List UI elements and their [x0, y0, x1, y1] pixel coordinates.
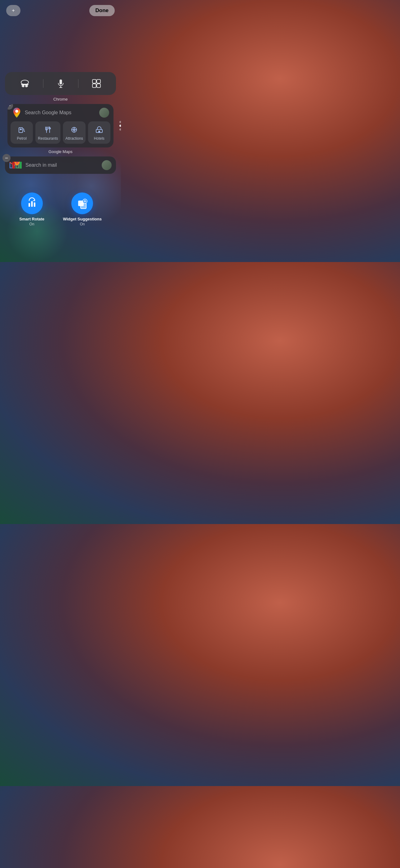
top-bar: + Done [0, 0, 121, 16]
pagination-dots [120, 121, 121, 131]
maps-categories: Petrol Restaurants [7, 121, 113, 148]
svg-rect-1 [21, 84, 29, 85]
restaurants-label: Restaurants [38, 136, 58, 141]
smart-rotate-icon [26, 197, 38, 209]
divider-1 [43, 79, 43, 88]
svg-point-15 [24, 131, 25, 132]
widget-suggestions-action: Widget Suggestions On [63, 192, 102, 226]
maps-avatar [99, 108, 109, 118]
svg-rect-22 [98, 131, 100, 132]
incognito-icon [20, 79, 30, 88]
svg-rect-30 [29, 203, 30, 207]
svg-rect-10 [92, 84, 96, 88]
gmail-avatar [102, 160, 112, 170]
remove-gmail-button[interactable]: − [2, 154, 10, 162]
incognito-button[interactable] [14, 78, 36, 89]
dot-1 [120, 121, 121, 123]
dot-3 [120, 128, 121, 131]
widget-suggestions-sublabel: On [80, 222, 85, 226]
smart-rotate-sublabel: On [29, 222, 34, 226]
hotels-icon [95, 126, 103, 134]
gmail-logo-clean [12, 161, 22, 169]
svg-rect-11 [97, 84, 100, 88]
bottom-actions: Smart Rotate On Widget Suggestions On [0, 192, 121, 239]
svg-point-12 [15, 110, 18, 113]
category-attractions[interactable]: Attractions [63, 121, 86, 144]
svg-rect-31 [31, 201, 33, 207]
attractions-label: Attractions [65, 136, 83, 141]
svg-rect-8 [92, 80, 96, 83]
widget-suggestions-button[interactable] [71, 192, 93, 214]
svg-rect-5 [60, 80, 62, 85]
chrome-widget [5, 72, 116, 95]
microphone-button[interactable] [51, 78, 71, 89]
attractions-icon [70, 126, 78, 134]
widget-suggestions-icon [76, 197, 88, 209]
maps-label: Google Maps [5, 149, 116, 154]
maps-search-row[interactable]: Search Google Maps [7, 104, 113, 121]
widget-suggestions-label: Widget Suggestions [63, 217, 102, 221]
petrol-label: Petrol [17, 136, 26, 141]
hotels-label: Hotels [94, 136, 104, 141]
tabs-button[interactable] [86, 78, 107, 89]
maps-logo [12, 108, 22, 118]
category-petrol[interactable]: Petrol [10, 121, 33, 144]
category-hotels[interactable]: Hotels [88, 121, 110, 144]
microphone-icon [57, 79, 65, 88]
dot-2 [120, 125, 121, 127]
restaurants-icon [44, 126, 52, 134]
gmail-widget: − [5, 156, 116, 174]
maps-widget-container: − Search [5, 104, 116, 148]
gmail-search-placeholder[interactable]: Search in mail [26, 162, 99, 168]
svg-rect-9 [97, 80, 100, 83]
chrome-toolbar [5, 72, 116, 95]
svg-point-20 [74, 129, 75, 130]
add-button[interactable]: + [6, 5, 21, 16]
petrol-icon [18, 126, 26, 134]
smart-rotate-action: Smart Rotate On [19, 192, 44, 226]
svg-rect-14 [20, 128, 22, 130]
maps-search-placeholder[interactable]: Search Google Maps [25, 110, 96, 116]
svg-rect-25 [12, 162, 14, 168]
widgets-area: Chrome − [0, 72, 121, 174]
svg-rect-32 [34, 203, 35, 207]
svg-rect-34 [80, 203, 86, 209]
add-icon: + [12, 7, 15, 14]
chrome-label: Chrome [5, 97, 116, 101]
done-button[interactable]: Done [89, 5, 115, 16]
svg-point-0 [21, 80, 29, 85]
svg-rect-26 [20, 162, 22, 168]
tabs-icon [92, 79, 101, 88]
smart-rotate-button[interactable] [21, 192, 43, 214]
done-label: Done [96, 7, 109, 13]
divider-2 [78, 79, 78, 88]
gmail-widget-container: − [5, 156, 116, 174]
maps-widget: − Search [7, 104, 113, 148]
smart-rotate-label: Smart Rotate [19, 217, 44, 221]
category-restaurants[interactable]: Restaurants [35, 121, 61, 144]
